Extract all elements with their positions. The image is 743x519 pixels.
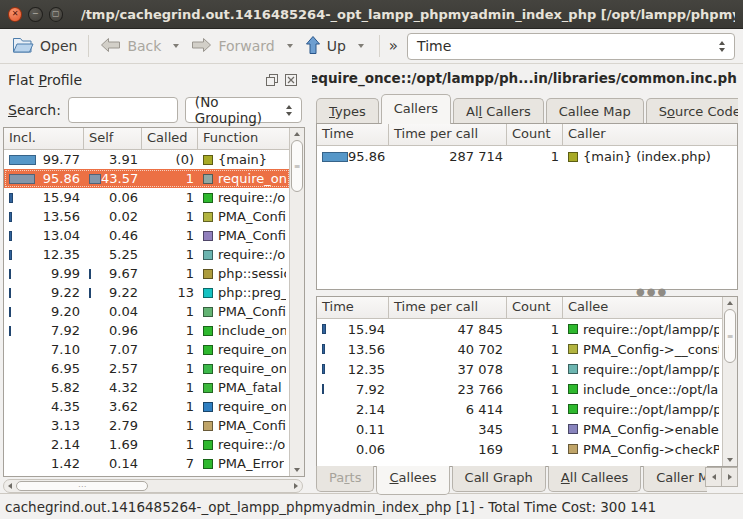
column-header-count[interactable]: Count	[507, 124, 563, 145]
open-button[interactable]: Open	[8, 34, 81, 59]
tab-source-code[interactable]: Source Code	[646, 98, 738, 124]
cost-cell: 13.56	[4, 207, 84, 226]
table-row[interactable]: 12.3537 0781require::/opt/lampp/p...	[317, 359, 723, 379]
column-header-time-per-call[interactable]: Time per call	[389, 124, 507, 145]
tab-call-graph[interactable]: Call Graph	[452, 466, 546, 492]
function-name: require_on	[218, 342, 286, 357]
vertical-scrollbar[interactable]: ≡	[722, 297, 737, 466]
callee-cell: require::/opt/lampp/p...	[563, 399, 723, 419]
back-dropdown-icon[interactable]	[173, 44, 179, 48]
tab-parts[interactable]: Parts	[316, 466, 374, 492]
column-header-time[interactable]: Time	[317, 297, 389, 318]
table-row[interactable]: 2.141.691require::/o	[4, 435, 290, 454]
toolbar-separator	[379, 35, 380, 57]
table-row[interactable]: 95.8643.571require_on	[4, 169, 290, 188]
table-row[interactable]: 12.355.251require::/o	[4, 245, 290, 264]
table-row[interactable]: 9.999.671php::sessio	[4, 264, 290, 283]
cost-bar	[9, 326, 11, 336]
time-per-call-value: 169	[478, 442, 503, 457]
tab-callers[interactable]: Callers	[381, 94, 451, 124]
table-row[interactable]: 13.560.021PMA_Confi	[4, 207, 290, 226]
maximize-window-button[interactable]: ▢	[49, 7, 63, 22]
column-header-incl[interactable]: Incl.	[4, 128, 84, 149]
column-header-callee[interactable]: Callee	[563, 297, 723, 318]
tab-scroll-right-icon[interactable]	[722, 467, 738, 487]
tab-caller-map[interactable]: Caller Map	[643, 466, 707, 492]
scrollbar-thumb[interactable]: ≡	[291, 140, 303, 192]
float-panel-icon[interactable]	[265, 73, 279, 87]
forward-dropdown-icon[interactable]	[287, 44, 293, 48]
tab-all-callees[interactable]: All Callees	[548, 466, 641, 492]
table-row[interactable]: 7.9223 7661include_once::/opt/la...	[317, 379, 723, 399]
table-row[interactable]: 9.229.2213php::preg_	[4, 283, 290, 302]
cost-value: 1.69	[109, 437, 138, 452]
tab-scroll-left-icon[interactable]	[705, 467, 722, 487]
titlebar[interactable]: ✕ ─ ▢ /tmp/cachegrind.out.1416485264-_op…	[0, 0, 743, 29]
tab-types[interactable]: Types	[316, 98, 379, 124]
table-row[interactable]: 3.132.791PMA_Confi	[4, 416, 290, 435]
scroll-up-icon[interactable]	[290, 128, 304, 140]
table-row[interactable]: 95.86287 7141{main} (index.php)	[317, 146, 737, 167]
close-window-button[interactable]: ✕	[8, 7, 22, 22]
cost-cell: 95.86	[4, 169, 84, 188]
forward-label: Forward	[218, 38, 274, 54]
table-row[interactable]: 13.5640 7021PMA_Config->__const...	[317, 339, 723, 359]
forward-button[interactable]: Forward	[187, 35, 278, 58]
table-row[interactable]: 15.9447 8451require::/opt/lampp/p...	[317, 319, 723, 339]
function-name: PMA_Confi	[218, 209, 286, 224]
table-row[interactable]: 2.146 4141require::/opt/lampp/p...	[317, 399, 723, 419]
callers-table: TimeTime per callCountCaller 95.86287 71…	[316, 123, 738, 290]
table-row[interactable]: 4.353.621require_on	[4, 397, 290, 416]
cost-value: 7.10	[51, 342, 80, 357]
column-header-time-per-call[interactable]: Time per call	[389, 297, 507, 318]
table-row[interactable]: 6.952.571require_on	[4, 359, 290, 378]
scrollbar-thumb[interactable]: ⋯	[16, 481, 148, 491]
column-header-caller[interactable]: Caller	[563, 124, 737, 145]
scroll-down-icon[interactable]	[723, 454, 737, 466]
toolbar-overflow-icon[interactable]: »	[389, 37, 398, 55]
up-button[interactable]: Up	[301, 33, 350, 60]
column-header-count[interactable]: Count	[507, 297, 563, 318]
table-row[interactable]: 99.773.91(0){main}	[4, 150, 290, 169]
column-header-called[interactable]: Called	[142, 128, 198, 149]
up-dropdown-icon[interactable]	[358, 44, 364, 48]
vertical-scrollbar[interactable]: ≡	[289, 128, 304, 476]
close-panel-icon[interactable]	[284, 73, 298, 87]
scroll-left-icon[interactable]	[4, 480, 16, 492]
cost-value: 2.57	[109, 361, 138, 376]
cost-value: 9.20	[51, 304, 80, 319]
spinner-arrows-icon[interactable]	[712, 41, 732, 52]
scroll-down-icon[interactable]	[290, 464, 304, 476]
search-input[interactable]	[68, 97, 178, 123]
spinner-arrows-icon[interactable]	[279, 105, 299, 116]
column-header-self[interactable]: Self	[84, 128, 142, 149]
table-row[interactable]: 9.200.041PMA_Confi	[4, 302, 290, 321]
cost-value: 0.06	[356, 442, 385, 457]
column-header-function[interactable]: Function	[198, 128, 290, 149]
table-row[interactable]: 13.040.461PMA_Confi	[4, 226, 290, 245]
cost-cell: 1.40	[4, 473, 84, 476]
table-row[interactable]: 7.107.071require_on	[4, 340, 290, 359]
table-row[interactable]: 15.940.061require::/o	[4, 188, 290, 207]
splitter-handle[interactable]: ●●●	[316, 288, 738, 296]
table-row[interactable]: 1.420.147PMA_Error	[4, 454, 290, 473]
scroll-right-icon[interactable]	[290, 480, 302, 492]
table-row[interactable]: 0.061691PMA_Config->checkP...	[317, 439, 723, 459]
scrollbar-thumb[interactable]: ≡	[724, 309, 736, 363]
tab-all-callers[interactable]: All Callers	[453, 98, 544, 124]
tab-callees[interactable]: Callees	[376, 466, 449, 495]
grouping-select[interactable]: (No Grouping)	[185, 97, 302, 123]
event-type-select[interactable]: Time	[407, 33, 735, 60]
column-header-time[interactable]: Time	[317, 124, 389, 145]
time-per-call-value: 37 078	[458, 362, 504, 377]
tab-callee-map[interactable]: Callee Map	[546, 98, 644, 124]
back-button[interactable]: Back	[96, 35, 165, 58]
table-row[interactable]: 7.920.961include_on	[4, 321, 290, 340]
table-row[interactable]: 5.824.321PMA_fatal	[4, 378, 290, 397]
table-row[interactable]: 1.400.025PMA_R	[4, 473, 290, 476]
scroll-up-icon[interactable]	[723, 297, 737, 309]
horizontal-scrollbar[interactable]: ⋯	[3, 479, 303, 493]
called-cell: 7	[142, 454, 198, 473]
minimize-window-button[interactable]: ─	[28, 7, 42, 22]
table-row[interactable]: 0.113451PMA_Config->enable...	[317, 419, 723, 439]
